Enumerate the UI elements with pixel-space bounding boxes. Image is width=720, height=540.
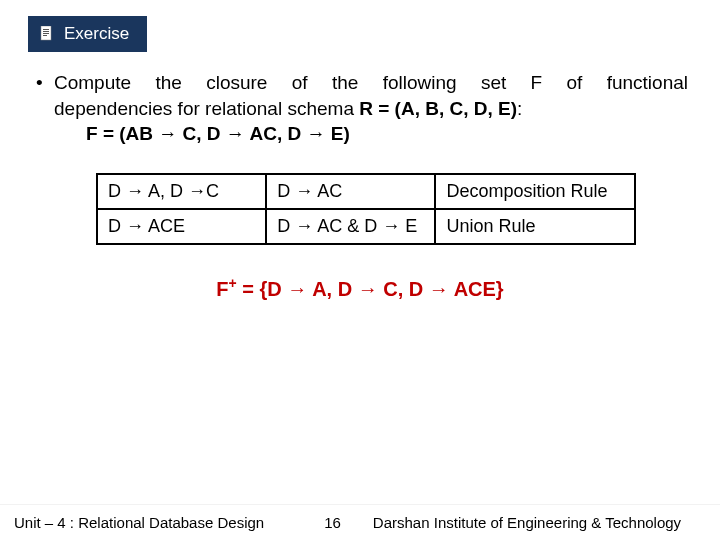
svg-rect-1 — [43, 29, 49, 30]
cell-result: D → A, D →C — [97, 174, 266, 209]
svg-rect-4 — [43, 35, 47, 36]
cell-derivation: D → AC — [266, 174, 435, 209]
cell-rule: Decomposition Rule — [435, 174, 635, 209]
cell-result: D → ACE — [97, 209, 266, 244]
cell-rule: Union Rule — [435, 209, 635, 244]
bullet-marker: • — [32, 70, 54, 147]
bullet-content: • Compute the closure of the following s… — [32, 70, 688, 147]
footer-institute: Darshan Institute of Engineering & Techn… — [373, 514, 706, 531]
slide-title-tab: Exercise — [28, 16, 147, 52]
table-row: D → A, D →C D → AC Decomposition Rule — [97, 174, 635, 209]
bullet-line-1: Compute the closure of the following set… — [54, 70, 688, 96]
table-row: D → ACE D → AC & D → E Union Rule — [97, 209, 635, 244]
slide-title: Exercise — [64, 24, 129, 44]
bullet-line-2: dependencies for relational schema R = (… — [54, 96, 688, 122]
bullet-line-3: F = (AB → C, D → AC, D → E) — [86, 121, 688, 147]
footer-page: 16 — [324, 514, 341, 531]
bullet-text: Compute the closure of the following set… — [54, 70, 688, 147]
footer-unit: Unit – 4 : Relational Database Design — [14, 514, 264, 531]
closure-result: F+ = {D → A, D → C, D → ACE} — [0, 275, 720, 301]
svg-rect-3 — [43, 33, 49, 34]
rules-table: D → A, D →C D → AC Decomposition Rule D … — [96, 173, 636, 245]
footer: Unit – 4 : Relational Database Design 16… — [0, 504, 720, 540]
cell-derivation: D → AC & D → E — [266, 209, 435, 244]
rules-table-wrap: D → A, D →C D → AC Decomposition Rule D … — [96, 173, 636, 245]
document-icon — [40, 26, 54, 42]
svg-rect-2 — [43, 31, 49, 32]
